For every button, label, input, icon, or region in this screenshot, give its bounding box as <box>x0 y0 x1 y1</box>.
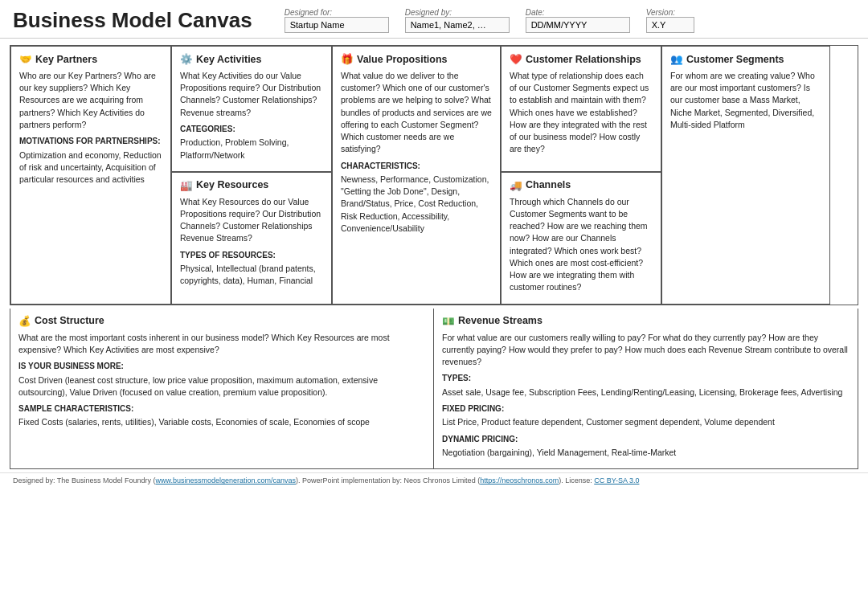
bottom-grid: 💰 Cost Structure What are the most impor… <box>10 309 858 470</box>
footer-link2[interactable]: https://neoschronos.com <box>480 476 559 484</box>
designed-for-input[interactable] <box>285 17 389 33</box>
value-propositions-body: What value do we deliver to the customer… <box>341 70 492 235</box>
key-activities-body: What Key Activities do our Value Proposi… <box>180 70 323 161</box>
channels-body: Through which Channels do our Customer S… <box>510 196 653 294</box>
footer-link1[interactable]: www.businessmodelgeneration.com/canvas <box>155 476 296 484</box>
key-resources-body: What Key Resources do our Value Proposit… <box>180 196 323 288</box>
channels-title: 🚚 Channels <box>510 179 653 191</box>
designed-for-field: Designed for: <box>285 8 389 33</box>
footer-link3[interactable]: CC BY-SA 3.0 <box>594 476 639 484</box>
date-field: Date: <box>526 8 630 33</box>
customer-relationships-title: ❤️ Customer Relationships <box>510 53 653 65</box>
date-label: Date: <box>526 8 630 17</box>
customer-segments-body: For whom are we creating value? Who are … <box>670 70 821 131</box>
page-title: Business Model Canvas <box>13 8 252 33</box>
value-propositions-cell: 🎁 Value Propositions What value do we de… <box>332 46 501 305</box>
date-input[interactable] <box>526 17 630 33</box>
designed-by-input[interactable] <box>405 17 510 33</box>
cost-structure-icon: 💰 <box>18 315 31 327</box>
value-propositions-title: 🎁 Value Propositions <box>341 53 492 65</box>
cost-structure-title: 💰 Cost Structure <box>18 315 425 327</box>
version-label: Version: <box>646 8 694 17</box>
key-partners-cell: 🤝 Key Partners Who are our Key Partners?… <box>10 46 171 305</box>
channels-cell: 🚚 Channels Through which Channels do our… <box>501 172 661 305</box>
footer-text-prefix: Designed by: The Business Model Foundry … <box>13 476 155 484</box>
header-fields: Designed for: Designed by: Date: Version… <box>285 8 855 33</box>
footer-text-mid: ). PowerPoint implementation by: Neos Ch… <box>296 476 480 484</box>
customer-segments-cell: 👥 Customer Segments For whom are we crea… <box>661 46 830 305</box>
value-propositions-icon: 🎁 <box>341 53 354 65</box>
revenue-streams-icon: 💵 <box>442 315 455 327</box>
key-resources-title: 🏭 Key Resources <box>180 179 323 191</box>
designed-for-label: Designed for: <box>285 8 389 17</box>
footer: Designed by: The Business Model Foundry … <box>0 472 868 488</box>
canvas-grid: 🤝 Key Partners Who are our Key Partners?… <box>10 45 858 305</box>
header: Business Model Canvas Designed for: Desi… <box>0 0 868 39</box>
revenue-streams-title: 💵 Revenue Streams <box>442 315 850 327</box>
channels-icon: 🚚 <box>510 179 522 191</box>
customer-segments-title: 👥 Customer Segments <box>670 53 821 65</box>
version-field: Version: <box>646 8 694 33</box>
customer-relationships-cell: ❤️ Customer Relationships What type of r… <box>501 46 661 172</box>
footer-text-suffix: ). License: <box>559 476 594 484</box>
key-resources-icon: 🏭 <box>180 179 193 191</box>
key-activities-cell: ⚙️ Key Activities What Key Activities do… <box>171 46 332 172</box>
key-partners-title: 🤝 Key Partners <box>19 53 162 65</box>
cost-structure-cell: 💰 Cost Structure What are the most impor… <box>10 309 434 469</box>
key-partners-body: Who are our Key Partners? Who are our ke… <box>19 70 162 186</box>
key-resources-cell: 🏭 Key Resources What Key Resources do ou… <box>171 172 332 305</box>
revenue-streams-body: For what value are our customers really … <box>442 332 850 460</box>
key-activities-title: ⚙️ Key Activities <box>180 53 323 65</box>
designed-by-label: Designed by: <box>405 8 510 17</box>
designed-by-field: Designed by: <box>405 8 510 33</box>
revenue-streams-cell: 💵 Revenue Streams For what value are our… <box>434 309 858 469</box>
customer-relationships-body: What type of relationship does each of o… <box>510 70 653 156</box>
key-partners-icon: 🤝 <box>19 53 32 65</box>
version-input[interactable] <box>646 17 694 33</box>
key-activities-icon: ⚙️ <box>180 53 193 65</box>
customer-relationships-icon: ❤️ <box>510 53 522 65</box>
cost-structure-body: What are the most important costs inhere… <box>18 332 425 429</box>
customer-segments-icon: 👥 <box>670 53 683 65</box>
